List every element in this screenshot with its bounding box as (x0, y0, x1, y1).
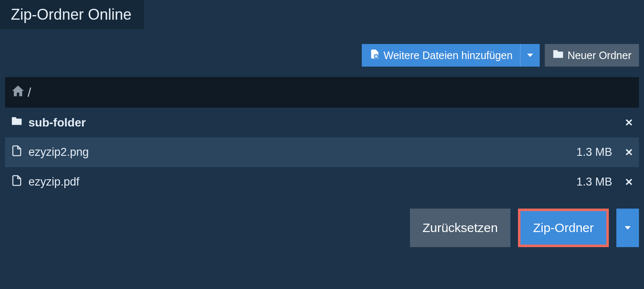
page-title: Zip-Ordner Online (0, 0, 144, 29)
caret-down-icon (625, 226, 631, 230)
item-size: 1.3 MB (576, 146, 612, 159)
new-folder-button[interactable]: Neuer Ordner (545, 44, 639, 67)
add-files-button-group: Weitere Dateien hinzufügen (362, 44, 540, 67)
new-folder-label: Neuer Ordner (567, 49, 631, 62)
caret-down-icon (527, 54, 533, 57)
remove-item-button[interactable]: ✕ (625, 147, 633, 158)
action-toolbar: Weitere Dateien hinzufügen Neuer Ordner (0, 29, 644, 67)
remove-item-button[interactable]: ✕ (625, 117, 633, 129)
item-name: ezyzip.pdf (28, 175, 570, 188)
file-list: sub-folder ✕ ezyzip2.png 1.3 MB ✕ ezyzip… (5, 108, 639, 197)
add-files-dropdown-toggle[interactable] (520, 44, 540, 67)
item-name: ezyzip2.png (28, 146, 570, 159)
list-item[interactable]: sub-folder ✕ (5, 108, 639, 137)
zip-folder-button[interactable]: Zip-Ordner (520, 211, 606, 245)
reset-label: Zurücksetzen (422, 220, 498, 235)
file-icon (11, 175, 23, 189)
zip-folder-label: Zip-Ordner (533, 220, 594, 235)
item-name: sub-folder (28, 116, 619, 129)
home-icon[interactable] (11, 84, 25, 101)
breadcrumb: / (5, 77, 639, 108)
folder-icon (11, 115, 23, 130)
add-files-button[interactable]: Weitere Dateien hinzufügen (362, 44, 520, 67)
list-item[interactable]: ezyzip.pdf 1.3 MB ✕ (5, 167, 639, 197)
zip-options-dropdown-toggle[interactable] (616, 209, 639, 247)
list-item[interactable]: ezyzip2.png 1.3 MB ✕ (5, 137, 639, 167)
item-size: 1.3 MB (576, 175, 612, 188)
reset-button[interactable]: Zurücksetzen (410, 209, 510, 247)
file-add-icon (369, 49, 380, 62)
file-icon (11, 145, 23, 160)
breadcrumb-separator: / (28, 85, 31, 100)
remove-item-button[interactable]: ✕ (625, 176, 633, 188)
add-files-label: Weitere Dateien hinzufügen (384, 49, 513, 62)
footer-actions: Zurücksetzen Zip-Ordner (0, 197, 644, 247)
zip-button-highlight: Zip-Ordner (518, 209, 609, 247)
folder-icon (552, 48, 564, 62)
